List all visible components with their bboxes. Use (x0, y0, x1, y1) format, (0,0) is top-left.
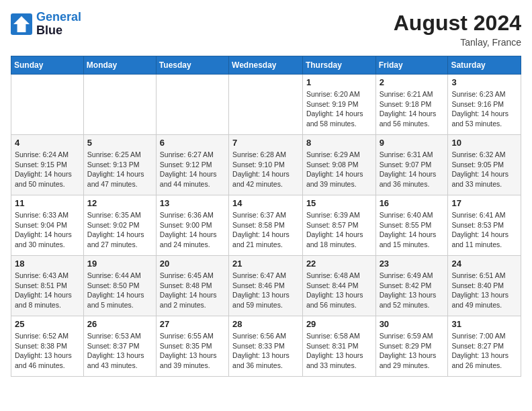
logo-line2: Blue (36, 24, 81, 38)
calendar-cell: 1Sunrise: 6:20 AMSunset: 9:19 PMDaylight… (302, 75, 375, 135)
day-number: 21 (232, 259, 299, 269)
weekday-header-friday: Friday (375, 56, 448, 75)
day-number: 25 (15, 319, 80, 329)
day-info: Sunrise: 6:59 AMSunset: 8:29 PMDaylight:… (380, 331, 445, 371)
day-info: Sunrise: 6:21 AMSunset: 9:18 PMDaylight:… (380, 89, 445, 129)
day-number: 8 (306, 138, 372, 148)
calendar-cell (156, 75, 228, 135)
day-info: Sunrise: 6:35 AMSunset: 9:02 PMDaylight:… (87, 210, 152, 250)
logo: General Blue (11, 11, 81, 38)
day-info: Sunrise: 6:29 AMSunset: 9:08 PMDaylight:… (306, 150, 372, 189)
calendar-cell: 23Sunrise: 6:49 AMSunset: 8:42 PMDayligh… (375, 256, 448, 316)
day-number: 17 (451, 198, 517, 208)
calendar-cell: 19Sunrise: 6:44 AMSunset: 8:50 PMDayligh… (83, 256, 156, 316)
calendar-cell: 29Sunrise: 6:58 AMSunset: 8:31 PMDayligh… (302, 316, 375, 377)
calendar-cell: 11Sunrise: 6:33 AMSunset: 9:04 PMDayligh… (11, 195, 84, 256)
day-info: Sunrise: 6:32 AMSunset: 9:05 PMDaylight:… (451, 150, 517, 189)
calendar-cell (229, 75, 303, 135)
calendar-cell: 12Sunrise: 6:35 AMSunset: 9:02 PMDayligh… (83, 195, 156, 256)
day-info: Sunrise: 6:24 AMSunset: 9:15 PMDaylight:… (15, 150, 80, 189)
day-info: Sunrise: 6:39 AMSunset: 8:57 PMDaylight:… (306, 210, 372, 250)
day-number: 5 (87, 138, 152, 148)
day-number: 11 (15, 198, 80, 208)
calendar-cell: 8Sunrise: 6:29 AMSunset: 9:08 PMDaylight… (302, 135, 375, 195)
calendar-cell: 2Sunrise: 6:21 AMSunset: 9:18 PMDaylight… (375, 75, 448, 135)
weekday-header-row: SundayMondayTuesdayWednesdayThursdayFrid… (11, 56, 521, 75)
week-row-3: 11Sunrise: 6:33 AMSunset: 9:04 PMDayligh… (11, 195, 521, 256)
page-header: General Blue August 2024 Tanlay, France (11, 11, 521, 48)
weekday-header-monday: Monday (83, 56, 156, 75)
day-info: Sunrise: 6:37 AMSunset: 8:58 PMDaylight:… (232, 210, 299, 250)
calendar-cell: 13Sunrise: 6:36 AMSunset: 9:00 PMDayligh… (156, 195, 228, 256)
day-number: 3 (451, 77, 517, 87)
day-number: 26 (87, 319, 152, 329)
calendar-cell: 3Sunrise: 6:23 AMSunset: 9:16 PMDaylight… (448, 75, 521, 135)
calendar-cell: 24Sunrise: 6:51 AMSunset: 8:40 PMDayligh… (448, 256, 521, 316)
calendar-cell: 6Sunrise: 6:27 AMSunset: 9:12 PMDaylight… (156, 135, 228, 195)
day-number: 28 (232, 319, 299, 329)
day-number: 16 (380, 198, 445, 208)
calendar-cell: 16Sunrise: 6:40 AMSunset: 8:55 PMDayligh… (375, 195, 448, 256)
calendar-cell: 18Sunrise: 6:43 AMSunset: 8:51 PMDayligh… (11, 256, 84, 316)
day-number: 27 (160, 319, 225, 329)
calendar-cell: 26Sunrise: 6:53 AMSunset: 8:37 PMDayligh… (83, 316, 156, 377)
day-number: 15 (306, 198, 372, 208)
logo-text: General Blue (36, 11, 81, 38)
weekday-header-saturday: Saturday (448, 56, 521, 75)
day-info: Sunrise: 6:23 AMSunset: 9:16 PMDaylight:… (451, 89, 517, 129)
day-info: Sunrise: 6:51 AMSunset: 8:40 PMDaylight:… (451, 271, 517, 310)
day-info: Sunrise: 6:43 AMSunset: 8:51 PMDaylight:… (15, 271, 80, 310)
calendar-cell: 15Sunrise: 6:39 AMSunset: 8:57 PMDayligh… (302, 195, 375, 256)
calendar-cell (11, 75, 84, 135)
calendar-cell: 31Sunrise: 7:00 AMSunset: 8:27 PMDayligh… (448, 316, 521, 377)
day-info: Sunrise: 6:33 AMSunset: 9:04 PMDaylight:… (15, 210, 80, 250)
calendar-cell: 20Sunrise: 6:45 AMSunset: 8:48 PMDayligh… (156, 256, 228, 316)
day-info: Sunrise: 6:56 AMSunset: 8:33 PMDaylight:… (232, 331, 299, 371)
day-number: 13 (160, 198, 225, 208)
calendar-cell: 17Sunrise: 6:41 AMSunset: 8:53 PMDayligh… (448, 195, 521, 256)
weekday-header-wednesday: Wednesday (229, 56, 303, 75)
calendar-cell: 21Sunrise: 6:47 AMSunset: 8:46 PMDayligh… (229, 256, 303, 316)
calendar-table: SundayMondayTuesdayWednesdayThursdayFrid… (11, 56, 521, 377)
calendar-cell: 10Sunrise: 6:32 AMSunset: 9:05 PMDayligh… (448, 135, 521, 195)
day-info: Sunrise: 7:00 AMSunset: 8:27 PMDaylight:… (451, 331, 517, 371)
day-number: 7 (232, 138, 299, 148)
day-number: 9 (380, 138, 445, 148)
calendar-cell: 27Sunrise: 6:55 AMSunset: 8:35 PMDayligh… (156, 316, 228, 377)
day-info: Sunrise: 6:45 AMSunset: 8:48 PMDaylight:… (160, 271, 225, 310)
calendar-cell (83, 75, 156, 135)
logo-icon (11, 13, 32, 35)
calendar-cell: 14Sunrise: 6:37 AMSunset: 8:58 PMDayligh… (229, 195, 303, 256)
calendar-cell: 4Sunrise: 6:24 AMSunset: 9:15 PMDaylight… (11, 135, 84, 195)
day-number: 29 (306, 319, 372, 329)
week-row-1: 1Sunrise: 6:20 AMSunset: 9:19 PMDaylight… (11, 75, 521, 135)
day-info: Sunrise: 6:47 AMSunset: 8:46 PMDaylight:… (232, 271, 299, 310)
day-info: Sunrise: 6:20 AMSunset: 9:19 PMDaylight:… (306, 89, 372, 129)
week-row-2: 4Sunrise: 6:24 AMSunset: 9:15 PMDaylight… (11, 135, 521, 195)
calendar-cell: 7Sunrise: 6:28 AMSunset: 9:10 PMDaylight… (229, 135, 303, 195)
day-info: Sunrise: 6:28 AMSunset: 9:10 PMDaylight:… (232, 150, 299, 189)
day-number: 30 (380, 319, 445, 329)
day-info: Sunrise: 6:40 AMSunset: 8:55 PMDaylight:… (380, 210, 445, 250)
day-info: Sunrise: 6:49 AMSunset: 8:42 PMDaylight:… (380, 271, 445, 310)
day-info: Sunrise: 6:27 AMSunset: 9:12 PMDaylight:… (160, 150, 225, 189)
calendar-cell: 28Sunrise: 6:56 AMSunset: 8:33 PMDayligh… (229, 316, 303, 377)
day-info: Sunrise: 6:25 AMSunset: 9:13 PMDaylight:… (87, 150, 152, 189)
day-number: 2 (380, 77, 445, 87)
calendar-cell: 30Sunrise: 6:59 AMSunset: 8:29 PMDayligh… (375, 316, 448, 377)
day-number: 31 (451, 319, 517, 329)
day-info: Sunrise: 6:48 AMSunset: 8:44 PMDaylight:… (306, 271, 372, 310)
logo-line1: General (36, 10, 81, 24)
day-info: Sunrise: 6:53 AMSunset: 8:37 PMDaylight:… (87, 331, 152, 371)
weekday-header-tuesday: Tuesday (156, 56, 228, 75)
day-number: 1 (306, 77, 372, 87)
day-info: Sunrise: 6:58 AMSunset: 8:31 PMDaylight:… (306, 331, 372, 371)
week-row-4: 18Sunrise: 6:43 AMSunset: 8:51 PMDayligh… (11, 256, 521, 316)
day-number: 19 (87, 259, 152, 269)
day-info: Sunrise: 6:44 AMSunset: 8:50 PMDaylight:… (87, 271, 152, 310)
day-number: 23 (380, 259, 445, 269)
calendar-cell: 5Sunrise: 6:25 AMSunset: 9:13 PMDaylight… (83, 135, 156, 195)
day-info: Sunrise: 6:36 AMSunset: 9:00 PMDaylight:… (160, 210, 225, 250)
day-info: Sunrise: 6:52 AMSunset: 8:38 PMDaylight:… (15, 331, 80, 371)
day-number: 14 (232, 198, 299, 208)
